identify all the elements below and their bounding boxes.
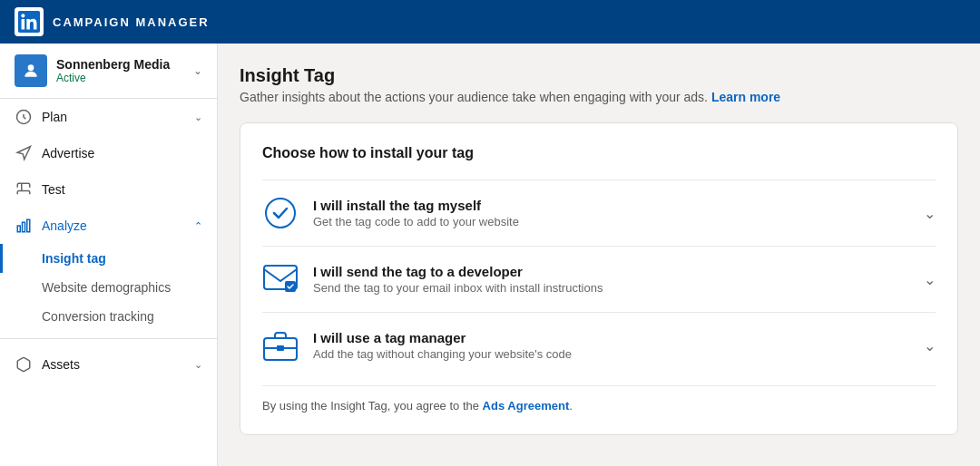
plan-chevron-icon: ⌄ bbox=[194, 112, 202, 123]
footer-period: . bbox=[569, 399, 573, 413]
sidebar-item-advertise[interactable]: Advertise bbox=[0, 135, 217, 171]
main-layout: Sonnenberg Media Active ⌄ Plan ⌄ bbox=[0, 44, 980, 466]
option-install-myself-title: I will install the tag myself bbox=[313, 198, 913, 213]
option-tag-manager-subtitle: Add the tag without changing your websit… bbox=[313, 347, 913, 361]
app-title: CAMPAIGN MANAGER bbox=[53, 15, 210, 29]
sidebar-item-advertise-label: Advertise bbox=[42, 146, 94, 160]
account-info: Sonnenberg Media Active bbox=[56, 57, 193, 84]
assets-icon bbox=[15, 355, 33, 374]
learn-more-link[interactable]: Learn more bbox=[711, 90, 780, 104]
main-content: Insight Tag Gather insights about the ac… bbox=[218, 44, 980, 466]
page-title: Insight Tag bbox=[240, 65, 958, 86]
sidebar-item-plan-label: Plan bbox=[42, 110, 67, 124]
option-tag-manager-title: I will use a tag manager bbox=[313, 330, 913, 345]
card-footer: By using the Insight Tag, you agree to t… bbox=[262, 385, 936, 413]
sidebar-item-analyze-label: Analyze bbox=[42, 218, 87, 233]
sidebar-item-conversion-tracking[interactable]: Conversion tracking bbox=[0, 302, 217, 331]
sidebar-divider bbox=[0, 338, 217, 339]
sidebar-item-insight-tag-label: Insight tag bbox=[42, 251, 106, 266]
option-install-myself-chevron: ⌄ bbox=[924, 205, 936, 222]
email-icon bbox=[262, 261, 299, 297]
footer-text: By using the Insight Tag, you agree to t… bbox=[262, 399, 479, 413]
sidebar-item-assets[interactable]: Assets ⌄ bbox=[0, 346, 217, 383]
option-send-developer-text: I will send the tag to a developer Send … bbox=[313, 264, 913, 295]
sidebar-item-website-demographics[interactable]: Website demographics bbox=[0, 273, 217, 302]
sidebar: Sonnenberg Media Active ⌄ Plan ⌄ bbox=[0, 44, 218, 466]
card-title: Choose how to install your tag bbox=[262, 145, 936, 161]
page-header: Insight Tag Gather insights about the ac… bbox=[240, 65, 958, 104]
svg-rect-10 bbox=[277, 345, 284, 351]
svg-rect-2 bbox=[17, 226, 20, 232]
test-icon bbox=[15, 180, 33, 199]
option-install-myself-text: I will install the tag myself Get the ta… bbox=[313, 198, 913, 228]
account-chevron-icon: ⌄ bbox=[193, 64, 202, 77]
page-description: Gather insights about the actions your a… bbox=[240, 90, 958, 104]
option-tag-manager-text: I will use a tag manager Add the tag wit… bbox=[313, 330, 913, 361]
account-status: Active bbox=[56, 72, 193, 84]
account-name: Sonnenberg Media bbox=[56, 57, 193, 72]
option-send-developer[interactable]: I will send the tag to a developer Send … bbox=[262, 246, 936, 312]
sidebar-item-test-label: Test bbox=[42, 182, 65, 197]
assets-chevron-icon: ⌄ bbox=[194, 359, 202, 371]
account-avatar bbox=[15, 54, 47, 87]
top-navigation: CAMPAIGN MANAGER bbox=[0, 0, 980, 44]
ads-agreement-link[interactable]: Ads Agreement bbox=[483, 399, 570, 413]
briefcase-icon bbox=[262, 327, 299, 364]
page-description-text: Gather insights about the actions your a… bbox=[240, 90, 708, 104]
sidebar-item-assets-label: Assets bbox=[42, 357, 80, 372]
analyze-chevron-icon: ⌃ bbox=[194, 220, 202, 232]
advertise-icon bbox=[15, 144, 33, 162]
sidebar-item-analyze[interactable]: Analyze ⌃ bbox=[0, 208, 217, 244]
plan-icon bbox=[15, 108, 33, 126]
option-tag-manager[interactable]: I will use a tag manager Add the tag wit… bbox=[262, 312, 936, 378]
option-send-developer-subtitle: Send the tag to your email inbox with in… bbox=[313, 281, 913, 295]
svg-rect-3 bbox=[23, 222, 25, 232]
option-install-myself[interactable]: I will install the tag myself Get the ta… bbox=[262, 180, 936, 246]
option-send-developer-chevron: ⌄ bbox=[924, 271, 936, 288]
check-circle-icon bbox=[262, 195, 299, 231]
option-install-myself-subtitle: Get the tag code to add to your website bbox=[313, 215, 913, 228]
sidebar-item-test[interactable]: Test bbox=[0, 171, 217, 208]
account-switcher[interactable]: Sonnenberg Media Active ⌄ bbox=[0, 44, 217, 99]
sidebar-item-plan[interactable]: Plan ⌄ bbox=[0, 99, 217, 135]
linkedin-logo bbox=[15, 7, 44, 36]
svg-point-0 bbox=[28, 64, 34, 71]
install-tag-card: Choose how to install your tag I will in… bbox=[240, 122, 958, 435]
sidebar-item-insight-tag[interactable]: Insight tag bbox=[0, 244, 217, 273]
option-tag-manager-chevron: ⌄ bbox=[924, 337, 936, 354]
svg-point-5 bbox=[266, 199, 295, 228]
sidebar-item-website-demographics-label: Website demographics bbox=[42, 280, 171, 295]
sidebar-item-conversion-tracking-label: Conversion tracking bbox=[42, 309, 154, 324]
analyze-icon bbox=[15, 217, 33, 235]
option-send-developer-title: I will send the tag to a developer bbox=[313, 264, 913, 279]
svg-rect-4 bbox=[27, 219, 30, 232]
